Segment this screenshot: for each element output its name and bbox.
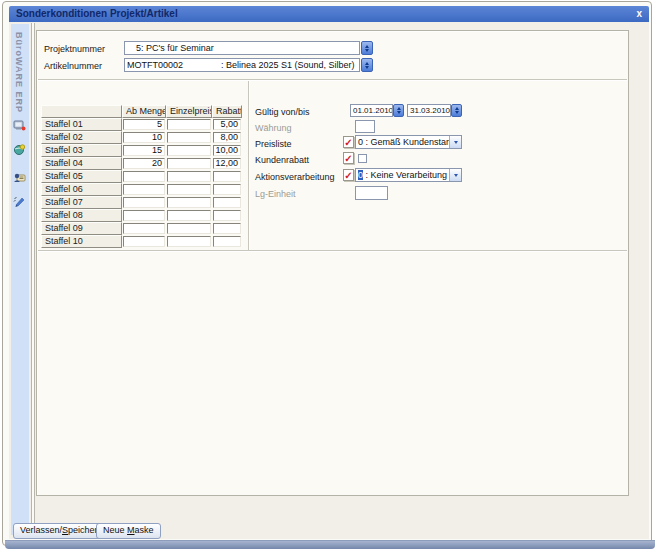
pen-icon[interactable] (13, 194, 26, 207)
cell-rabatt[interactable] (212, 196, 242, 209)
projektnummer-label: Projektnummer (44, 44, 105, 54)
cell-ab-menge[interactable] (122, 170, 166, 183)
window-title: Sonderkonditionen Projekt/Artikel (16, 8, 178, 19)
main-panel: Projektnummer 5: PC's für Seminar Artike… (36, 30, 629, 496)
cell-ab-menge[interactable] (122, 222, 166, 235)
section-divider-vertical (248, 81, 250, 250)
artikelnummer-field[interactable]: MOTFT00002 : Belinea 2025 S1 (Sound, Sil… (124, 58, 360, 72)
close-icon[interactable]: x (636, 6, 642, 21)
globe-icon[interactable] (13, 142, 26, 155)
gueltig-bis-spinner-icon[interactable] (451, 104, 462, 117)
cell-rabatt[interactable]: 10,00 (212, 144, 242, 157)
row-label: Staffel 07 (41, 196, 122, 209)
brand-sidebar: BüroWARE ERP (11, 24, 29, 535)
cell-einzelpreis[interactable] (166, 170, 212, 183)
staffel-table: Ab Menge Einzelpreis Rabatt Staffel 01 5… (41, 105, 244, 248)
row-label: Staffel 09 (41, 222, 122, 235)
cell-rabatt[interactable] (212, 235, 242, 248)
cell-rabatt[interactable]: 5,00 (212, 118, 242, 131)
cell-rabatt[interactable] (212, 209, 242, 222)
section-divider-top (38, 79, 627, 81)
neue-maske-button[interactable]: Neue Maske (96, 523, 161, 539)
aktionsverarbeitung-flag-checkbox[interactable]: ✓ (343, 169, 354, 181)
cell-einzelpreis[interactable] (166, 157, 212, 170)
preisliste-value: 0 : Gemäß Kundenstamm (356, 136, 449, 148)
cell-rabatt[interactable]: 12,00 (212, 157, 242, 170)
chevron-down-icon[interactable] (449, 136, 461, 148)
artikelnummer-code: MOTFT00002 (125, 59, 221, 71)
cell-ab-menge[interactable] (122, 196, 166, 209)
cell-ab-menge[interactable]: 5 (122, 118, 166, 131)
gueltig-von-spinner-icon[interactable] (393, 104, 404, 117)
col-header-ab-menge: Ab Menge (122, 105, 166, 118)
sidebar-divider (31, 23, 35, 536)
cell-rabatt[interactable] (212, 170, 242, 183)
gueltig-label: Gültig von/bis (255, 107, 310, 117)
aktionsverarbeitung-value: 0 : Keine Verarbeitung (356, 169, 449, 181)
cell-ab-menge[interactable]: 15 (122, 144, 166, 157)
projektnummer-spinner-icon[interactable] (361, 41, 373, 55)
cell-einzelpreis[interactable] (166, 209, 212, 222)
chevron-down-icon[interactable] (449, 169, 461, 181)
artikelnummer-desc: : Belinea 2025 S1 (Sound, Silber) (221, 59, 355, 71)
row-label: Staffel 10 (41, 235, 122, 248)
preisliste-label: Preisliste (255, 139, 292, 149)
app-window: Sonderkonditionen Projekt/Artikel x Büro… (2, 1, 652, 546)
row-label: Staffel 06 (41, 183, 122, 196)
lg-einheit-label: Lg-Einheit (255, 189, 296, 199)
preisliste-dropdown[interactable]: 0 : Gemäß Kundenstamm (355, 135, 462, 149)
row-label: Staffel 05 (41, 170, 122, 183)
cell-einzelpreis[interactable] (166, 222, 212, 235)
row-label: Staffel 01 (41, 118, 122, 131)
artikelnummer-spinner-icon[interactable] (361, 58, 373, 72)
col-header-rabatt: Rabatt (212, 105, 242, 118)
cell-rabatt[interactable]: 8,00 (212, 131, 242, 144)
cell-ab-menge[interactable]: 20 (122, 157, 166, 170)
user-card-icon[interactable] (13, 170, 26, 183)
cell-einzelpreis[interactable] (166, 144, 212, 157)
computer-icon[interactable] (13, 118, 26, 131)
row-label: Staffel 02 (41, 131, 122, 144)
cell-einzelpreis[interactable] (166, 235, 212, 248)
aktionsverarbeitung-dropdown[interactable]: 0 : Keine Verarbeitung (355, 168, 462, 182)
cell-einzelpreis[interactable] (166, 118, 212, 131)
gueltig-von-field[interactable]: 01.01.2010 /Fr (350, 104, 393, 117)
lg-einheit-field[interactable] (355, 186, 388, 200)
window-titlebar[interactable]: Sonderkonditionen Projekt/Artikel x (9, 6, 649, 22)
row-label: Staffel 04 (41, 157, 122, 170)
gueltig-bis-field[interactable]: 31.03.2010 /Mi (407, 104, 451, 117)
cell-ab-menge[interactable] (122, 235, 166, 248)
kundenrabatt-label: Kundenrabatt (255, 155, 309, 165)
cell-rabatt[interactable] (212, 183, 242, 196)
brand-vertical-label: BüroWARE ERP (14, 32, 24, 113)
cell-ab-menge[interactable] (122, 183, 166, 196)
cell-ab-menge[interactable]: 10 (122, 131, 166, 144)
cell-einzelpreis[interactable] (166, 131, 212, 144)
cell-einzelpreis[interactable] (166, 183, 212, 196)
projektnummer-field[interactable]: 5: PC's für Seminar (124, 41, 360, 55)
kundenrabatt-checkbox[interactable] (358, 154, 367, 163)
window-bottom-frame (5, 540, 655, 549)
artikelnummer-label: Artikelnummer (44, 61, 102, 71)
kundenrabatt-flag-checkbox[interactable]: ✓ (343, 152, 354, 164)
row-label: Staffel 08 (41, 209, 122, 222)
cell-einzelpreis[interactable] (166, 196, 212, 209)
preisliste-flag-checkbox[interactable]: ✓ (343, 136, 354, 148)
col-header-einzelpreis: Einzelpreis (166, 105, 212, 118)
waehrung-label: Währung (255, 123, 292, 133)
col-header-blank (41, 105, 122, 118)
aktionsverarbeitung-label: Aktionsverarbeitung (255, 172, 335, 182)
row-label: Staffel 03 (41, 144, 122, 157)
screen: Sonderkonditionen Projekt/Artikel x Büro… (0, 0, 656, 550)
cell-ab-menge[interactable] (122, 209, 166, 222)
cell-rabatt[interactable] (212, 222, 242, 235)
waehrung-field[interactable] (355, 120, 375, 133)
section-divider-bottom (38, 250, 627, 252)
